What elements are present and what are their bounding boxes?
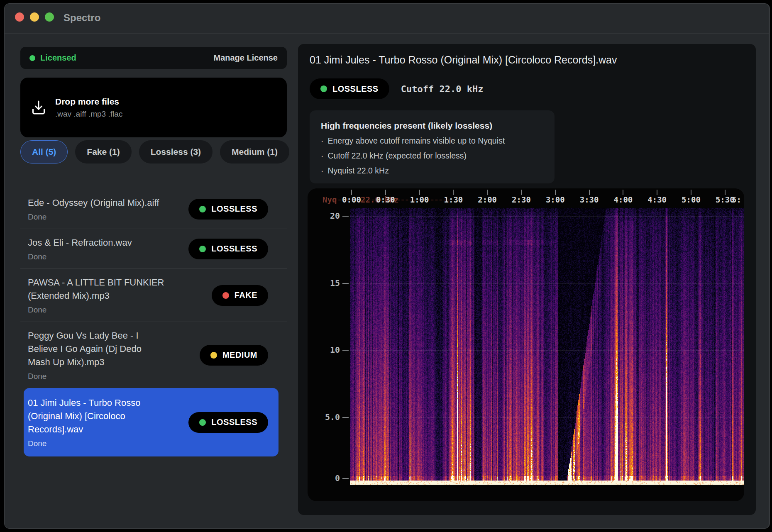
file-verdict-badge: LOSSLESS — [188, 239, 268, 259]
freq-tick-label: 0 — [315, 473, 340, 483]
gridline — [350, 283, 744, 284]
file-list-item[interactable]: Ede - Odyssey (Original Mix).aiff Done L… — [20, 189, 287, 229]
file-verdict-dot — [199, 246, 206, 252]
file-verdict-label: LOSSLESS — [211, 417, 257, 427]
titlebar: Spectro — [5, 4, 770, 34]
analysis-bullets: ·Energy above cutoff remains visible up … — [321, 136, 543, 176]
freq-tick-mark — [342, 350, 349, 351]
file-list-item[interactable]: PAWSA - A LITTLE BIT FUNKIER (Extended M… — [20, 268, 287, 322]
download-icon — [31, 99, 46, 116]
spectrogram-panel: Nyq 22.0 kHz 0:000:301:001:302:002:303:0… — [308, 188, 744, 501]
file-info: Ede - Odyssey (Original Mix).aiff Done — [28, 196, 188, 222]
file-verdict-badge: LOSSLESS — [188, 412, 268, 433]
analysis-box: High frequencies present (likely lossles… — [310, 110, 555, 183]
license-bar: Licensed Manage License — [20, 47, 287, 69]
time-tick-label: 4:30 — [640, 195, 674, 204]
file-list-item[interactable]: Peggy Gou Vs Lady Bee - I Believe I Go A… — [20, 322, 287, 388]
time-tick-label: 1:30 — [437, 195, 470, 204]
file-list: Ede - Odyssey (Original Mix).aiff Done L… — [20, 189, 287, 456]
time-tick — [623, 190, 623, 195]
file-status: Done — [28, 439, 188, 448]
freq-tick-mark — [342, 417, 349, 418]
file-verdict-label: LOSSLESS — [211, 244, 257, 254]
file-info: PAWSA - A LITTLE BIT FUNKIER (Extended M… — [28, 276, 212, 315]
bullet-text: Nyquist 22.0 kHz — [328, 166, 389, 175]
file-status: Done — [28, 252, 188, 261]
file-verdict-label: MEDIUM — [222, 350, 257, 360]
time-tick — [691, 190, 691, 195]
dropzone-formats: .wav .aiff .mp3 .flac — [55, 110, 122, 119]
file-name: Jos & Eli - Refraction.wav — [28, 236, 165, 249]
verdict-row: LOSSLESS Cutoff 22.0 kHz — [310, 78, 483, 99]
file-verdict-dot — [199, 206, 206, 212]
file-verdict-dot — [222, 292, 229, 299]
time-tick — [419, 190, 420, 195]
file-status: Done — [28, 372, 200, 381]
gridline — [350, 350, 744, 351]
gridline — [350, 417, 744, 418]
time-tick — [453, 190, 454, 195]
time-tick — [589, 190, 590, 195]
verdict-status-dot — [320, 85, 327, 92]
app-title: Spectro — [64, 12, 100, 24]
filter-tab-lossless[interactable]: Lossless (3) — [139, 140, 213, 164]
time-tick-label: 2:00 — [471, 195, 504, 204]
file-list-item[interactable]: Jos & Eli - Refraction.wav Done LOSSLESS — [20, 229, 287, 268]
freq-tick-label: 20 — [315, 211, 340, 221]
file-info: Jos & Eli - Refraction.wav Done — [28, 236, 188, 261]
freq-tick-mark — [342, 478, 349, 479]
time-tick — [725, 190, 726, 195]
bullet-text: Energy above cutoff remains visible up t… — [328, 136, 505, 145]
freq-tick-mark — [342, 216, 349, 217]
file-verdict-label: FAKE — [235, 290, 257, 300]
time-tick-label: 4:00 — [606, 195, 640, 204]
analysis-bullet: ·Energy above cutoff remains visible up … — [321, 136, 543, 146]
minimize-window-button[interactable] — [30, 12, 39, 22]
manage-license-button[interactable]: Manage License — [213, 53, 278, 63]
bullet-text: Cutoff 22.0 kHz (expected for lossless) — [328, 151, 467, 160]
close-window-button[interactable] — [15, 12, 24, 22]
file-verdict-badge: LOSSLESS — [188, 199, 268, 220]
file-drop-zone[interactable]: Drop more files .wav .aiff .mp3 .flac — [20, 78, 287, 137]
time-edge-label: 5: — [732, 195, 744, 204]
time-tick — [555, 190, 556, 195]
file-info: Peggy Gou Vs Lady Bee - I Believe I Go A… — [28, 329, 200, 381]
time-tick-label: 3:00 — [539, 195, 572, 204]
file-verdict-badge: MEDIUM — [200, 345, 268, 366]
freq-tick-label: 15 — [315, 278, 340, 288]
file-status: Done — [28, 212, 188, 222]
bullet-marker: · — [321, 151, 324, 160]
file-verdict-label: LOSSLESS — [211, 204, 257, 214]
time-tick — [351, 190, 352, 195]
dropzone-text: Drop more files .wav .aiff .mp3 .flac — [55, 97, 122, 119]
track-title: 01 Jimi Jules - Turbo Rosso (Original Mi… — [310, 54, 617, 66]
analysis-bullet: ·Nyquist 22.0 kHz — [321, 166, 543, 176]
freq-tick-label: 5.0 — [315, 412, 340, 422]
spectrogram-image — [350, 208, 744, 485]
file-verdict-dot — [199, 419, 206, 426]
zoom-window-button[interactable] — [45, 12, 54, 22]
time-tick — [385, 190, 386, 195]
freq-tick-mark — [342, 283, 349, 284]
analysis-heading: High frequencies present (likely lossles… — [321, 121, 543, 131]
cutoff-readout: Cutoff 22.0 kHz — [401, 84, 484, 94]
freq-tick-label: 10 — [315, 345, 340, 355]
analysis-bullet: ·Cutoff 22.0 kHz (expected for lossless) — [321, 151, 543, 161]
filter-tab-medium[interactable]: Medium (1) — [220, 140, 289, 164]
file-name: Peggy Gou Vs Lady Bee - I Believe I Go A… — [28, 329, 165, 369]
time-tick-label: 0:00 — [335, 195, 368, 204]
file-list-item[interactable]: 01 Jimi Jules - Turbo Rosso (Original Mi… — [24, 388, 279, 456]
filter-tab-fake[interactable]: Fake (1) — [75, 140, 131, 164]
time-tick-label: 2:30 — [505, 195, 538, 204]
filter-tab-all[interactable]: All (5) — [20, 140, 68, 164]
file-name: PAWSA - A LITTLE BIT FUNKIER (Extended M… — [28, 276, 165, 303]
file-name: 01 Jimi Jules - Turbo Rosso (Original Mi… — [28, 396, 165, 436]
time-tick — [487, 190, 488, 195]
time-tick — [657, 190, 657, 195]
file-status: Done — [28, 305, 212, 315]
dropzone-title: Drop more files — [55, 97, 122, 107]
licensed-status-dot — [29, 55, 35, 61]
verdict-badge: LOSSLESS — [310, 78, 389, 99]
time-tick-label: 1:00 — [403, 195, 436, 204]
file-verdict-badge: FAKE — [212, 285, 268, 306]
